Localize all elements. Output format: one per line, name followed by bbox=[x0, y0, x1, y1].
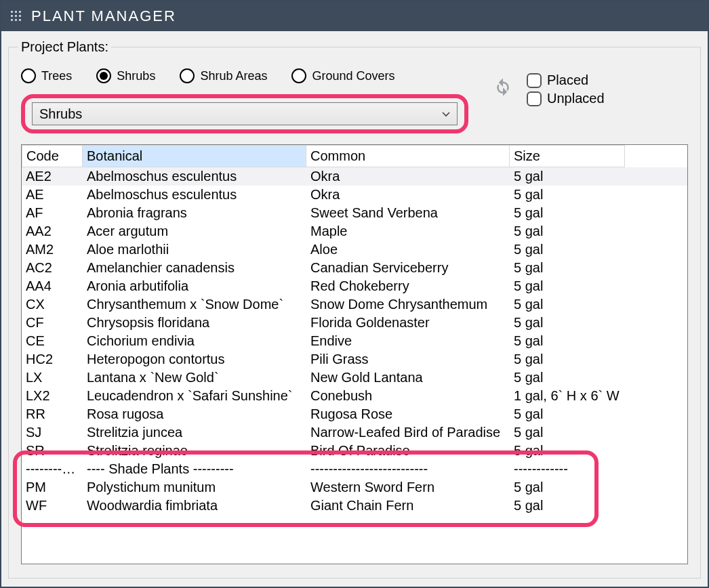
cell-botanical: Leucadendron x `Safari Sunshine` bbox=[83, 387, 306, 405]
cell-common: Endive bbox=[306, 332, 510, 350]
cell-botanical: Abelmoschus esculentus bbox=[83, 167, 306, 186]
table-row[interactable]: AFAbronia fragransSweet Sand Verbena5 ga… bbox=[22, 204, 687, 222]
cell-common: Conebush bbox=[306, 387, 510, 405]
radio-trees[interactable]: Trees bbox=[21, 68, 72, 83]
table-row[interactable]: SJStrelitzia junceaNarrow-Leafed Bird of… bbox=[22, 423, 687, 442]
col-size[interactable]: Size bbox=[510, 145, 625, 167]
plants-table: Code Botanical Common Size AE2Abelmoschu… bbox=[21, 144, 688, 564]
plant-manager-window: PLANT MANAGER Project Plants: Trees Shru… bbox=[0, 0, 709, 588]
table-row[interactable]: LXLantana x `New Gold`New Gold Lantana5 … bbox=[22, 369, 687, 387]
table-body: AE2Abelmoschus esculentusOkra5 galAEAbel… bbox=[22, 167, 687, 515]
table-row[interactable]: AC2Amelanchier canadensisCanadian Servic… bbox=[22, 259, 687, 277]
cell-size: 5 gal bbox=[510, 240, 625, 259]
table-row[interactable]: CECichorium endiviaEndive5 gal bbox=[22, 332, 687, 350]
table-row[interactable]: AE2Abelmoschus esculentusOkra5 gal bbox=[22, 167, 687, 186]
category-dropdown[interactable]: Shrubs bbox=[32, 102, 458, 125]
client-area: Project Plants: Trees Shrubs bbox=[1, 31, 708, 587]
cell-code: LX bbox=[22, 369, 83, 387]
cell-code: AE2 bbox=[22, 167, 83, 186]
plants-table-scroll[interactable]: Code Botanical Common Size AE2Abelmoschu… bbox=[22, 145, 687, 558]
cell-code: SR bbox=[22, 442, 83, 460]
table-row[interactable]: PMPolystichum munitumWestern Sword Fern5… bbox=[22, 478, 687, 497]
col-common[interactable]: Common bbox=[306, 145, 510, 167]
plant-type-radios: Trees Shrubs Shrub Areas Ground Cov bbox=[21, 64, 468, 87]
cell-size: 5 gal bbox=[510, 332, 625, 350]
cell-botanical: ---- Shade Plants --------- bbox=[83, 460, 306, 478]
cell-common: -------------------------- bbox=[306, 460, 510, 478]
table-row[interactable]: RRRosa rugosaRugosa Rose5 gal bbox=[22, 405, 687, 423]
cell-code: CX bbox=[22, 295, 83, 314]
cell-botanical: Strelitzia juncea bbox=[83, 423, 306, 442]
col-botanical[interactable]: Botanical bbox=[83, 145, 306, 167]
radio-label: Shrub Areas bbox=[200, 69, 267, 83]
unplaced-checkbox[interactable]: Unplaced bbox=[527, 91, 605, 106]
project-plants-legend: Project Plants: bbox=[18, 39, 111, 55]
cell-size: 5 gal bbox=[510, 222, 625, 240]
cell-code: RR bbox=[22, 405, 83, 423]
cell-code: AA2 bbox=[22, 222, 83, 240]
cell-code: WF bbox=[22, 497, 83, 515]
cell-size: 5 gal bbox=[510, 314, 625, 332]
table-row[interactable]: ----------…---- Shade Plants -----------… bbox=[22, 460, 687, 478]
refresh-icon bbox=[493, 77, 513, 97]
cell-botanical: Strelitzia reginae bbox=[83, 442, 306, 460]
placed-checkbox[interactable]: Placed bbox=[527, 72, 605, 88]
table-row[interactable]: CXChrysanthemum x `Snow Dome`Snow Dome C… bbox=[22, 295, 687, 314]
table-row[interactable]: HC2Heteropogon contortusPili Grass5 gal bbox=[22, 350, 687, 369]
dropdown-value: Shrubs bbox=[39, 106, 82, 122]
radio-ground-covers[interactable]: Ground Covers bbox=[291, 68, 394, 83]
table-header: Code Botanical Common Size bbox=[22, 145, 687, 167]
table-row[interactable]: AEAbelmoschus esculentusOkra5 gal bbox=[22, 186, 687, 204]
cell-common: Okra bbox=[306, 186, 510, 204]
cell-code: AE bbox=[22, 186, 83, 204]
cell-common: Bird Of Paradise bbox=[306, 442, 510, 460]
radio-shrubs[interactable]: Shrubs bbox=[96, 68, 155, 83]
cell-common: Snow Dome Chrysanthemum bbox=[306, 295, 510, 314]
radio-label: Trees bbox=[41, 69, 72, 83]
cell-code: HC2 bbox=[22, 350, 83, 369]
cell-code: CE bbox=[22, 332, 83, 350]
cell-botanical: Chrysopsis floridana bbox=[83, 314, 306, 332]
cell-botanical: Polystichum munitum bbox=[83, 478, 306, 497]
cell-botanical: Woodwardia fimbriata bbox=[83, 497, 306, 515]
cell-size: 5 gal bbox=[510, 405, 625, 423]
col-code[interactable]: Code bbox=[22, 145, 83, 167]
cell-common: New Gold Lantana bbox=[306, 369, 510, 387]
radio-label: Shrubs bbox=[117, 69, 155, 83]
cell-code: AC2 bbox=[22, 259, 83, 277]
cell-common: Red Chokeberry bbox=[306, 277, 510, 295]
cell-botanical: Abronia fragrans bbox=[83, 204, 306, 222]
cell-botanical: Heteropogon contortus bbox=[83, 350, 306, 369]
cell-botanical: Lantana x `New Gold` bbox=[83, 369, 306, 387]
cell-common: Canadian Serviceberry bbox=[306, 259, 510, 277]
table-row[interactable]: WFWoodwardia fimbriataGiant Chain Fern5 … bbox=[22, 497, 687, 515]
table-row[interactable]: LX2Leucadendron x `Safari Sunshine`Coneb… bbox=[22, 387, 687, 405]
table-row[interactable]: AA4Aronia arbutifoliaRed Chokeberry5 gal bbox=[22, 277, 687, 295]
cell-size: ------------ bbox=[510, 460, 625, 478]
cell-code: AA4 bbox=[22, 277, 83, 295]
cell-botanical: Abelmoschus esculentus bbox=[83, 186, 306, 204]
cell-size: 1 gal, 6` H x 6` W bbox=[510, 387, 625, 405]
cell-botanical: Aloe marlothii bbox=[83, 240, 306, 259]
cell-size: 5 gal bbox=[510, 167, 625, 186]
cell-code: LX2 bbox=[22, 387, 83, 405]
dropdown-highlight: Shrubs bbox=[21, 94, 468, 133]
titlebar[interactable]: PLANT MANAGER bbox=[1, 1, 708, 31]
cell-common: Florida Goldenaster bbox=[306, 314, 510, 332]
radio-shrub-areas[interactable]: Shrub Areas bbox=[180, 68, 267, 83]
cell-common: Sweet Sand Verbena bbox=[306, 204, 510, 222]
cell-botanical: Cichorium endivia bbox=[83, 332, 306, 350]
cell-code: PM bbox=[22, 478, 83, 497]
cell-code: AF bbox=[22, 204, 83, 222]
table-row[interactable]: AA2Acer argutumMaple5 gal bbox=[22, 222, 687, 240]
cell-size: 5 gal bbox=[510, 350, 625, 369]
table-row[interactable]: SRStrelitzia reginaeBird Of Paradise5 ga… bbox=[22, 442, 687, 460]
cell-common: Aloe bbox=[306, 240, 510, 259]
cell-common: Pili Grass bbox=[306, 350, 510, 369]
table-row[interactable]: CFChrysopsis floridanaFlorida Goldenaste… bbox=[22, 314, 687, 332]
drag-grip-icon bbox=[11, 11, 23, 22]
cell-common: Narrow-Leafed Bird of Paradise bbox=[306, 423, 510, 442]
table-row[interactable]: AM2Aloe marlothiiAloe5 gal bbox=[22, 240, 687, 259]
refresh-button[interactable] bbox=[489, 72, 517, 101]
cell-size: 5 gal bbox=[510, 423, 625, 442]
